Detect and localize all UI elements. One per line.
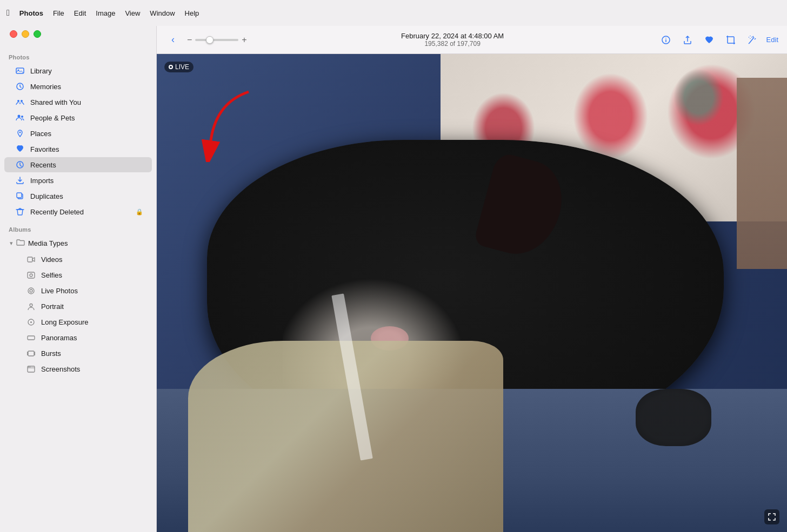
sidebar-item-portrait[interactable]: Portrait <box>4 299 152 314</box>
sidebar-item-duplicates[interactable]: Duplicates <box>4 188 152 204</box>
svg-point-5 <box>18 115 21 118</box>
main-content: ‹ − + February 22, 2024 at 4:48:00 AM 19… <box>157 26 787 532</box>
svg-rect-20 <box>28 351 34 356</box>
sidebar-item-places[interactable]: Places <box>4 126 152 141</box>
crop-button[interactable] <box>723 32 738 48</box>
photo-view[interactable]: LIVE <box>157 54 787 532</box>
recents-icon <box>15 160 25 170</box>
shared-label: Shared with You <box>30 98 143 106</box>
media-types-label: Media Types <box>28 239 68 247</box>
selfie-icon <box>26 270 36 280</box>
sidebar-item-live-photos[interactable]: Live Photos <box>4 283 152 298</box>
menubar-photos[interactable]: Photos <box>19 9 43 17</box>
flower2 <box>573 73 649 159</box>
video-icon <box>26 254 36 264</box>
sidebar-item-shared[interactable]: Shared with You <box>4 95 152 110</box>
sidebar-item-library[interactable]: Library <box>4 63 152 78</box>
sidebar-item-selfies[interactable]: Selfies <box>4 267 152 282</box>
svg-rect-12 <box>28 272 35 278</box>
places-icon <box>15 129 25 138</box>
svg-point-28 <box>665 37 666 38</box>
menubar-help[interactable]: Help <box>185 9 199 17</box>
heart-icon <box>15 144 25 154</box>
media-types-header[interactable]: ▾ Media Types <box>4 235 152 251</box>
menubar-window[interactable]: Window <box>150 9 175 17</box>
fullscreen-button[interactable] <box>764 509 779 524</box>
portrait-icon <box>26 301 36 311</box>
recently-deleted-label: Recently Deleted <box>30 208 130 216</box>
svg-point-15 <box>30 289 32 292</box>
svg-point-4 <box>21 100 23 102</box>
screenshot-icon <box>26 364 36 374</box>
svg-rect-21 <box>27 352 28 355</box>
menubar:  Photos File Edit Image View Window Hel… <box>0 0 787 26</box>
sidebar: Photos Library Memories Shared with You … <box>0 26 157 532</box>
svg-point-24 <box>28 366 29 367</box>
toolbar-actions: Edit <box>658 32 778 48</box>
dog-photo <box>157 54 787 532</box>
toolbar: ‹ − + February 22, 2024 at 4:48:00 AM 19… <box>157 26 787 54</box>
zoom-out-button[interactable]: − <box>187 35 192 45</box>
menubar-view[interactable]: View <box>125 9 140 17</box>
sidebar-item-panoramas[interactable]: Panoramas <box>4 330 152 345</box>
lock-icon: 🔒 <box>136 208 143 216</box>
svg-rect-11 <box>28 257 32 262</box>
sidebar-item-memories[interactable]: Memories <box>4 79 152 94</box>
svg-point-7 <box>19 132 21 133</box>
menubar-image[interactable]: Image <box>96 9 115 17</box>
panorama-icon <box>26 333 36 342</box>
photo-date: February 22, 2024 at 4:48:00 AM <box>254 32 652 40</box>
menubar-edit[interactable]: Edit <box>74 9 86 17</box>
zoom-slider-thumb[interactable] <box>206 36 214 44</box>
media-types-folder-icon <box>16 238 25 248</box>
favorite-button[interactable] <box>702 32 717 48</box>
sidebar-item-screenshots[interactable]: Screenshots <box>4 361 152 376</box>
duplicates-label: Duplicates <box>30 192 143 200</box>
zoom-slider[interactable] <box>195 39 238 41</box>
svg-rect-22 <box>34 352 35 355</box>
zoom-in-button[interactable]: + <box>242 35 246 45</box>
traffic-lights <box>10 30 41 38</box>
svg-rect-10 <box>17 193 22 198</box>
people-icon <box>15 113 25 123</box>
maximize-button[interactable] <box>34 30 41 38</box>
trash-icon <box>15 207 25 217</box>
selfies-label: Selfies <box>41 271 143 279</box>
sidebar-item-people[interactable]: People & Pets <box>4 110 152 125</box>
back-button[interactable]: ‹ <box>165 32 181 48</box>
svg-point-6 <box>21 116 23 118</box>
photo-icon <box>15 66 25 76</box>
longexposure-icon <box>26 317 36 327</box>
memories-label: Memories <box>30 83 143 91</box>
sidebar-item-imports[interactable]: Imports <box>4 173 152 188</box>
dog-paw <box>636 389 711 446</box>
sidebar-item-favorites[interactable]: Favorites <box>4 142 152 157</box>
info-button[interactable] <box>658 32 673 48</box>
svg-point-18 <box>30 321 32 323</box>
sidebar-item-recents[interactable]: Recents <box>4 157 152 172</box>
places-label: Places <box>30 130 143 138</box>
close-button[interactable] <box>10 30 17 38</box>
apple-menu[interactable]:  <box>6 8 10 18</box>
svg-point-13 <box>30 274 32 277</box>
sidebar-item-videos[interactable]: Videos <box>4 252 152 267</box>
duplicates-icon <box>15 191 25 201</box>
sidebar-item-bursts[interactable]: Bursts <box>4 346 152 361</box>
live-dot <box>169 65 173 69</box>
sidebar-item-long-exposure[interactable]: Long Exposure <box>4 314 152 329</box>
imports-label: Imports <box>30 177 143 185</box>
bursts-icon <box>26 348 36 358</box>
shared-icon <box>15 97 25 107</box>
share-button[interactable] <box>680 32 695 48</box>
edit-button[interactable]: Edit <box>766 36 778 44</box>
live-photos-label: Live Photos <box>41 287 143 295</box>
svg-point-25 <box>29 366 30 367</box>
menubar-file[interactable]: File <box>53 9 64 17</box>
memories-icon <box>15 82 25 91</box>
minimize-button[interactable] <box>22 30 29 38</box>
photos-section-label: Photos <box>0 48 156 63</box>
screenshots-label: Screenshots <box>41 365 143 373</box>
sidebar-item-recently-deleted[interactable]: Recently Deleted 🔒 <box>4 204 152 219</box>
enhance-button[interactable] <box>745 32 760 48</box>
people-label: People & Pets <box>30 114 143 122</box>
